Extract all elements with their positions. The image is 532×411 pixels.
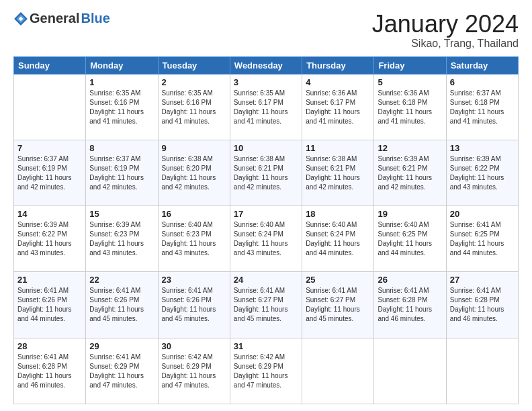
day-number: 10 xyxy=(234,143,298,153)
table-row xyxy=(374,338,446,404)
day-number: 5 xyxy=(378,77,442,87)
cell-info: Sunrise: 6:40 AMSunset: 6:23 PMDaylight:… xyxy=(162,220,226,258)
cell-info: Sunrise: 6:38 AMSunset: 6:20 PMDaylight:… xyxy=(162,154,226,192)
day-number: 12 xyxy=(378,143,442,153)
calendar-week-row: 1Sunrise: 6:35 AMSunset: 6:16 PMDaylight… xyxy=(14,74,519,140)
col-tuesday: Tuesday xyxy=(158,56,230,74)
day-number: 6 xyxy=(450,77,515,87)
table-row: 22Sunrise: 6:41 AMSunset: 6:26 PMDayligh… xyxy=(86,272,158,338)
table-row: 17Sunrise: 6:40 AMSunset: 6:24 PMDayligh… xyxy=(230,206,302,272)
col-friday: Friday xyxy=(374,56,446,74)
table-row: 25Sunrise: 6:41 AMSunset: 6:27 PMDayligh… xyxy=(302,272,374,338)
table-row: 9Sunrise: 6:38 AMSunset: 6:20 PMDaylight… xyxy=(158,140,230,205)
table-row: 27Sunrise: 6:41 AMSunset: 6:28 PMDayligh… xyxy=(446,272,518,338)
cell-info: Sunrise: 6:41 AMSunset: 6:29 PMDaylight:… xyxy=(89,353,154,390)
cell-info: Sunrise: 6:42 AMSunset: 6:29 PMDaylight:… xyxy=(234,353,298,390)
day-number: 26 xyxy=(378,275,442,285)
cell-info: Sunrise: 6:41 AMSunset: 6:28 PMDaylight:… xyxy=(17,353,82,390)
col-wednesday: Wednesday xyxy=(230,56,302,74)
cell-info: Sunrise: 6:40 AMSunset: 6:24 PMDaylight:… xyxy=(234,220,298,258)
table-row: 3Sunrise: 6:35 AMSunset: 6:17 PMDaylight… xyxy=(230,74,302,140)
cell-info: Sunrise: 6:37 AMSunset: 6:19 PMDaylight:… xyxy=(17,154,82,192)
col-saturday: Saturday xyxy=(446,56,518,74)
day-number: 20 xyxy=(450,209,515,219)
table-row: 15Sunrise: 6:39 AMSunset: 6:23 PMDayligh… xyxy=(86,206,158,272)
table-row: 16Sunrise: 6:40 AMSunset: 6:23 PMDayligh… xyxy=(158,206,230,272)
day-number: 21 xyxy=(17,275,82,285)
table-row: 31Sunrise: 6:42 AMSunset: 6:29 PMDayligh… xyxy=(230,338,302,404)
month-title: January 2024 xyxy=(372,11,519,38)
header: General Blue January 2024 Sikao, Trang, … xyxy=(13,11,519,50)
calendar-week-row: 28Sunrise: 6:41 AMSunset: 6:28 PMDayligh… xyxy=(14,338,519,404)
table-row: 26Sunrise: 6:41 AMSunset: 6:28 PMDayligh… xyxy=(374,272,446,338)
logo-blue: Blue xyxy=(81,11,109,26)
cell-info: Sunrise: 6:36 AMSunset: 6:18 PMDaylight:… xyxy=(378,89,442,126)
day-number: 23 xyxy=(162,275,226,285)
day-number: 16 xyxy=(162,209,226,219)
day-number: 25 xyxy=(306,275,370,285)
day-number: 30 xyxy=(162,341,226,351)
table-row: 4Sunrise: 6:36 AMSunset: 6:17 PMDaylight… xyxy=(302,74,374,140)
table-row: 13Sunrise: 6:39 AMSunset: 6:22 PMDayligh… xyxy=(446,140,518,205)
col-thursday: Thursday xyxy=(302,56,374,74)
cell-info: Sunrise: 6:38 AMSunset: 6:21 PMDaylight:… xyxy=(306,154,370,192)
table-row: 21Sunrise: 6:41 AMSunset: 6:26 PMDayligh… xyxy=(14,272,86,338)
cell-info: Sunrise: 6:39 AMSunset: 6:22 PMDaylight:… xyxy=(450,154,515,192)
logo-general: General xyxy=(30,11,79,26)
table-row: 29Sunrise: 6:41 AMSunset: 6:29 PMDayligh… xyxy=(86,338,158,404)
table-row xyxy=(446,338,518,404)
cell-info: Sunrise: 6:41 AMSunset: 6:25 PMDaylight:… xyxy=(450,220,515,258)
cell-info: Sunrise: 6:39 AMSunset: 6:22 PMDaylight:… xyxy=(17,220,82,258)
table-row: 24Sunrise: 6:41 AMSunset: 6:27 PMDayligh… xyxy=(230,272,302,338)
day-number: 22 xyxy=(89,275,154,285)
day-number: 11 xyxy=(306,143,370,153)
calendar-week-row: 21Sunrise: 6:41 AMSunset: 6:26 PMDayligh… xyxy=(14,272,519,338)
table-row: 30Sunrise: 6:42 AMSunset: 6:29 PMDayligh… xyxy=(158,338,230,404)
cell-info: Sunrise: 6:37 AMSunset: 6:19 PMDaylight:… xyxy=(89,154,154,192)
cell-info: Sunrise: 6:40 AMSunset: 6:24 PMDaylight:… xyxy=(306,220,370,258)
calendar-header-row: Sunday Monday Tuesday Wednesday Thursday… xyxy=(14,56,519,74)
day-number: 31 xyxy=(234,341,298,351)
cell-info: Sunrise: 6:42 AMSunset: 6:29 PMDaylight:… xyxy=(162,353,226,390)
cell-info: Sunrise: 6:40 AMSunset: 6:25 PMDaylight:… xyxy=(378,220,442,258)
day-number: 7 xyxy=(17,143,82,153)
day-number: 13 xyxy=(450,143,515,153)
table-row: 20Sunrise: 6:41 AMSunset: 6:25 PMDayligh… xyxy=(446,206,518,272)
day-number: 1 xyxy=(89,77,154,87)
table-row: 14Sunrise: 6:39 AMSunset: 6:22 PMDayligh… xyxy=(14,206,86,272)
cell-info: Sunrise: 6:37 AMSunset: 6:18 PMDaylight:… xyxy=(450,89,515,126)
day-number: 4 xyxy=(306,77,370,87)
cell-info: Sunrise: 6:35 AMSunset: 6:16 PMDaylight:… xyxy=(89,89,154,126)
day-number: 19 xyxy=(378,209,442,219)
table-row: 12Sunrise: 6:39 AMSunset: 6:21 PMDayligh… xyxy=(374,140,446,205)
day-number: 17 xyxy=(234,209,298,219)
table-row: 10Sunrise: 6:38 AMSunset: 6:21 PMDayligh… xyxy=(230,140,302,205)
col-sunday: Sunday xyxy=(14,56,86,74)
table-row: 6Sunrise: 6:37 AMSunset: 6:18 PMDaylight… xyxy=(446,74,518,140)
cell-info: Sunrise: 6:41 AMSunset: 6:26 PMDaylight:… xyxy=(162,286,226,324)
calendar-week-row: 7Sunrise: 6:37 AMSunset: 6:19 PMDaylight… xyxy=(14,140,519,205)
page: General Blue January 2024 Sikao, Trang, … xyxy=(0,0,532,411)
table-row: 28Sunrise: 6:41 AMSunset: 6:28 PMDayligh… xyxy=(14,338,86,404)
day-number: 14 xyxy=(17,209,82,219)
table-row xyxy=(302,338,374,404)
day-number: 28 xyxy=(17,341,82,351)
table-row xyxy=(14,74,86,140)
day-number: 9 xyxy=(162,143,226,153)
cell-info: Sunrise: 6:41 AMSunset: 6:28 PMDaylight:… xyxy=(378,286,442,324)
title-area: January 2024 Sikao, Trang, Thailand xyxy=(372,11,519,50)
cell-info: Sunrise: 6:39 AMSunset: 6:23 PMDaylight:… xyxy=(89,220,154,258)
day-number: 18 xyxy=(306,209,370,219)
calendar-week-row: 14Sunrise: 6:39 AMSunset: 6:22 PMDayligh… xyxy=(14,206,519,272)
cell-info: Sunrise: 6:41 AMSunset: 6:27 PMDaylight:… xyxy=(306,286,370,324)
table-row: 23Sunrise: 6:41 AMSunset: 6:26 PMDayligh… xyxy=(158,272,230,338)
day-number: 27 xyxy=(450,275,515,285)
cell-info: Sunrise: 6:38 AMSunset: 6:21 PMDaylight:… xyxy=(234,154,298,192)
cell-info: Sunrise: 6:35 AMSunset: 6:16 PMDaylight:… xyxy=(162,89,226,126)
logo-icon xyxy=(13,11,28,26)
cell-info: Sunrise: 6:41 AMSunset: 6:26 PMDaylight:… xyxy=(89,286,154,324)
table-row: 2Sunrise: 6:35 AMSunset: 6:16 PMDaylight… xyxy=(158,74,230,140)
cell-info: Sunrise: 6:36 AMSunset: 6:17 PMDaylight:… xyxy=(306,89,370,126)
cell-info: Sunrise: 6:41 AMSunset: 6:27 PMDaylight:… xyxy=(234,286,298,324)
logo: General Blue xyxy=(13,11,110,26)
